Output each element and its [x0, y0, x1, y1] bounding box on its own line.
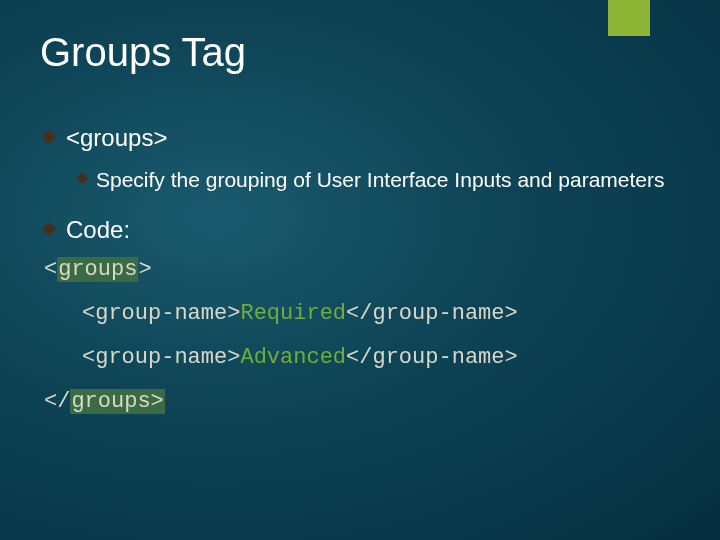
slide-content: Groups Tag <groups> Specify the grouping…	[0, 0, 720, 413]
diamond-bullet-icon	[76, 172, 87, 183]
highlight: groups>	[70, 389, 164, 414]
bullet-text: Code:	[66, 215, 130, 245]
code-line-advanced: <group-name>Advanced</group-name>	[44, 347, 680, 369]
code-line-required: <group-name>Required</group-name>	[44, 303, 680, 325]
diamond-bullet-icon	[42, 130, 56, 144]
slide-title: Groups Tag	[40, 30, 680, 75]
highlight: groups	[57, 257, 138, 282]
bullet-text: <groups>	[66, 123, 167, 153]
accent-bar	[608, 0, 650, 36]
code-line-close: </groups>	[44, 391, 680, 413]
bullet-specify: Specify the grouping of User Interface I…	[40, 167, 680, 193]
code-block: <groups> <group-name>Required</group-nam…	[40, 259, 680, 413]
bullet-text: Specify the grouping of User Interface I…	[96, 167, 665, 193]
code-line-open: <groups>	[44, 259, 680, 281]
diamond-bullet-icon	[42, 222, 56, 236]
bullet-code: Code:	[40, 215, 680, 245]
bullet-groups-tag: <groups>	[40, 123, 680, 153]
